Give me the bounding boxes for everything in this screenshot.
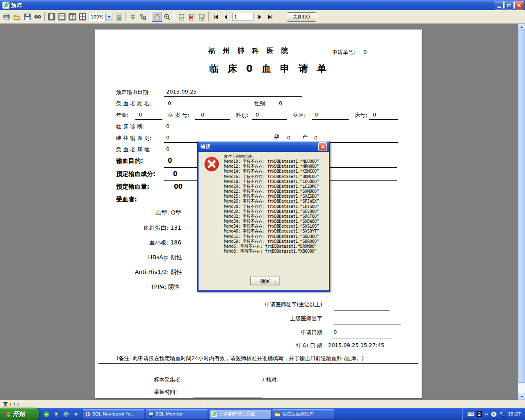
page-indicator: 页 1 / 1 (1, 401, 204, 407)
department-value: 0 (256, 112, 259, 118)
minimize-button[interactable] (495, 1, 504, 9)
language-bar-icon[interactable] (491, 411, 497, 417)
system-tray: 15:27 (462, 408, 525, 420)
error-line: Memo14: 字段不存在: frxDBDataset1.“KSMCOO” (224, 169, 319, 174)
close-icon (517, 3, 521, 7)
sex-value: 0 (279, 100, 282, 106)
print-date-label: 打 印 日 期: (218, 342, 324, 349)
zoom-select[interactable]: 100% (89, 13, 112, 21)
anesthesia-system-icon (211, 411, 217, 417)
error-dialog: 错误 发生下列的错误: Memo10: 字段不存在: frxDBDataset1… (197, 142, 330, 292)
find-button[interactable] (32, 12, 43, 22)
edit-page-button[interactable] (196, 12, 207, 22)
hand-tool-button[interactable] (152, 12, 162, 22)
bed-number-value: 0 (373, 112, 376, 118)
quick-launch-bar (39, 411, 83, 418)
error-line: Memo32: 字段不存在: frxDBDataset1.“SXCFOO” (224, 214, 319, 219)
form-title: 临 床 0 血 申 请 单 (209, 62, 329, 75)
page-number-input[interactable] (232, 13, 253, 21)
error-line: Memo22: 字段不存在: frxDBDataset1.“SXMDOO” (224, 189, 319, 194)
vertical-scrollbar[interactable] (518, 24, 525, 400)
internet-explorer-quicklaunch-icon[interactable] (62, 411, 70, 418)
anti-hiv-result: Anti-Hiv1/2: 阴性 (95, 269, 182, 276)
error-line: Memo6: 字段不存在: frxDBDataset1.“BRXMOO” (224, 244, 319, 249)
first-page-button[interactable] (210, 12, 221, 22)
volume-label: 预定输血量: (116, 183, 149, 191)
error-dialog-close-button[interactable] (318, 142, 327, 151)
previous-page-button[interactable] (221, 12, 231, 22)
specimen-collector-label: 标本采集者: (154, 376, 182, 383)
start-button[interactable]: 开始 (0, 408, 39, 420)
domicile-label: 受 血 者 属 地: (116, 146, 151, 153)
sex-label: 性别: (254, 100, 267, 107)
text-lines-icon (116, 14, 122, 21)
media-player-quicklaunch-icon[interactable] (52, 411, 60, 418)
zoom-dropdown-button[interactable] (105, 13, 112, 21)
ime-tray-icon[interactable] (477, 411, 482, 417)
scroll-up-button[interactable] (518, 24, 525, 31)
error-line: Memo30: 字段不存在: frxDBDataset1.“SCSOOO” (224, 209, 319, 214)
error-line: Memo46: 字段不存在: frxDBDataset1.“SXSQYT” (224, 229, 319, 234)
print-icon (3, 14, 10, 20)
new-page-button[interactable] (176, 12, 186, 22)
folder-icon (274, 411, 281, 417)
save-button[interactable] (22, 12, 32, 22)
print-button[interactable] (2, 12, 12, 22)
error-dialog-title: 错误 (201, 143, 210, 150)
page-settings-button[interactable] (114, 12, 124, 22)
close-preview-button[interactable]: 关闭(X) (287, 12, 316, 22)
hand-icon (154, 14, 160, 21)
scrollbar-thumb[interactable] (518, 31, 525, 383)
view-multiple-pages-button[interactable] (77, 12, 87, 22)
open-button[interactable] (12, 12, 22, 22)
platelets: 血小板: 186 (95, 239, 181, 247)
error-message-list: 发生下列的错误: Memo10: 字段不存在: frxDBDataset1.“N… (224, 154, 319, 254)
taskbar-item-sql-navigator[interactable]: SQL Navigator fo... (83, 409, 144, 419)
close-window-button[interactable] (514, 1, 523, 9)
window-title: 预览 (11, 2, 22, 9)
note-text: (备注: 此申请仅在预定输血时间24小时内有效，请医师核准并准确填写，并于输血日… (116, 355, 364, 362)
scroll-down-button[interactable] (518, 393, 525, 400)
collect-time-label: 采集时间: (154, 388, 177, 396)
domicile-value: 0 (166, 146, 169, 152)
edit-page-icon (199, 14, 205, 21)
quicklaunch-overflow-chevron-icon[interactable] (72, 411, 80, 418)
view-whole-page-button[interactable] (46, 12, 57, 22)
view-two-pages-button[interactable] (67, 12, 77, 22)
taskbar: 开始 SQL Navigator fo... SQL Monitor (0, 408, 525, 420)
taskbar-item-test-database[interactable]: 住院医生测试库 (272, 409, 334, 419)
ok-button[interactable]: 确定 (251, 277, 279, 285)
zoom-tool-button[interactable] (162, 12, 172, 22)
birth-value: 0 (314, 135, 317, 141)
hemoglobin: 血红蛋白: 131 (95, 224, 181, 232)
collapse-button[interactable] (128, 12, 138, 22)
close-icon (321, 145, 325, 149)
delete-page-button[interactable] (186, 12, 196, 22)
network-tray-icon[interactable] (499, 411, 505, 417)
taskbar-clock[interactable]: 15:27 (508, 411, 521, 417)
hospital-name: 福 州 肺 科 医 院 (208, 47, 291, 55)
error-line: Memo25: 字段不存在: frxDBDataset1.“SXZSDO” (224, 194, 319, 199)
toolbar: 100% (0, 10, 525, 24)
birth-label: 产 (302, 133, 308, 141)
messenger-quicklaunch-icon[interactable] (43, 411, 50, 418)
taskbar-item-sql-monitor[interactable]: SQL Monitor (146, 409, 208, 419)
find-icon (34, 14, 41, 20)
taskbar-item-anesthesia-system[interactable]: 手术麻醉管理系统 (209, 409, 271, 419)
restore-button[interactable] (504, 1, 514, 9)
tray-collapse-arrow-icon[interactable] (484, 413, 488, 416)
application-number-value: 0 (363, 49, 367, 55)
previous-page-icon (224, 15, 228, 19)
last-page-button[interactable] (265, 12, 275, 22)
error-line: Memo18: 字段不存在: frxDBDataset1.“CHOOOO” (224, 179, 319, 184)
next-page-button[interactable] (255, 12, 265, 22)
transfusion-history-value: 0 (166, 135, 169, 141)
toolbar-separator (126, 12, 126, 21)
diagnosis-label: 临 床 诊 断: (116, 123, 144, 130)
keyboard-tray-icon[interactable] (467, 412, 474, 417)
view-page-width-button[interactable] (57, 12, 67, 22)
outline-tree-button[interactable] (138, 12, 148, 22)
double-chevron-down-icon (130, 14, 136, 20)
page-width-icon (58, 13, 66, 21)
whole-page-icon (48, 13, 55, 21)
